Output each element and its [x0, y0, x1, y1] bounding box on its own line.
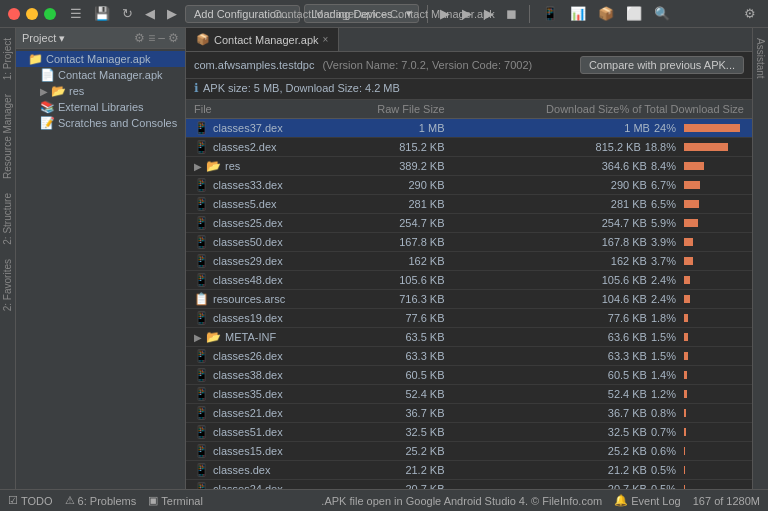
compare-apk-button[interactable]: Compare with previous APK... — [580, 56, 744, 74]
status-problems[interactable]: ⚠ 6: Problems — [65, 494, 137, 507]
file-table-container[interactable]: File Raw File Size Download Size% of Tot… — [186, 100, 752, 489]
sync-icon[interactable]: ↻ — [118, 4, 137, 23]
gear-icon[interactable]: ⚙ — [740, 4, 760, 23]
percentage-bar — [684, 447, 744, 455]
search-icon[interactable]: 🔍 — [650, 4, 674, 23]
left-sidebar: 1: Project Resource Manager 2: Structure… — [0, 28, 16, 489]
file-name-cell: 📱classes.dex — [186, 461, 336, 480]
minus-icon[interactable]: – — [158, 31, 165, 45]
tree-item-apk-root[interactable]: 📁 Contact Manager.apk — [16, 51, 185, 67]
table-row[interactable]: 📱classes15.dex25.2 KB25.2 KB0.6% — [186, 442, 752, 461]
table-row[interactable]: ▶📂res389.2 KB364.6 KB8.4% — [186, 157, 752, 176]
file-type-icon: 📱 — [194, 463, 209, 477]
file-type-icon: 📱 — [194, 235, 209, 249]
tree-item-res[interactable]: ▶ 📂 res — [16, 83, 185, 99]
tree-item-libraries[interactable]: 📚 External Libraries — [16, 99, 185, 115]
gear-small-icon[interactable]: ⚙ — [134, 31, 145, 45]
table-row[interactable]: 📱classes38.dex60.5 KB60.5 KB1.4% — [186, 366, 752, 385]
table-row[interactable]: ▶📂META-INF63.5 KB63.6 KB1.5% — [186, 328, 752, 347]
hamburger-icon[interactable]: ☰ — [66, 4, 86, 23]
table-row[interactable]: 📱classes19.dex77.6 KB77.6 KB1.8% — [186, 309, 752, 328]
percentage-bar — [684, 181, 744, 189]
file-name-label: classes29.dex — [213, 255, 283, 267]
file-type-icon: 📱 — [194, 368, 209, 382]
download-size-cell: 36.7 KB0.8% — [453, 404, 752, 423]
table-row[interactable]: 📱classes2.dex815.2 KB815.2 KB18.8% — [186, 138, 752, 157]
minimize-button[interactable] — [26, 8, 38, 20]
table-row[interactable]: 📱classes29.dex162 KB162 KB3.7% — [186, 252, 752, 271]
back-icon[interactable]: ◀ — [141, 4, 159, 23]
file-name-cell: 📱classes35.dex — [186, 385, 336, 404]
tab-close-icon[interactable]: × — [323, 34, 329, 45]
status-terminal[interactable]: ▣ Terminal — [148, 494, 203, 507]
folder-icon: 📁 — [28, 52, 43, 66]
file-type-icon: 📱 — [194, 121, 209, 135]
stop-icon[interactable]: ◼ — [502, 4, 521, 23]
close-button[interactable] — [8, 8, 20, 20]
sidebar-tab-assistant[interactable]: Assistant — [753, 32, 768, 85]
table-row[interactable]: 📱classes24.dex20.7 KB20.7 KB0.5% — [186, 480, 752, 490]
file-name-label: classes5.dex — [213, 198, 277, 210]
sidebar-item-favorites[interactable]: 2: Favorites — [0, 253, 15, 317]
percentage-text: 18.8% — [645, 141, 676, 153]
sidebar-item-project[interactable]: 1: Project — [0, 32, 15, 86]
profile-icon[interactable]: 📊 — [566, 4, 590, 23]
equals-icon[interactable]: ≡ — [148, 31, 155, 45]
table-row[interactable]: 📱classes.dex21.2 KB21.2 KB0.5% — [186, 461, 752, 480]
file-name-cell: 📱classes50.dex — [186, 233, 336, 252]
tree-item-scratches[interactable]: 📝 Scratches and Consoles — [16, 115, 185, 131]
file-name-label: resources.arsc — [213, 293, 285, 305]
table-row[interactable]: 📱classes25.dex254.7 KB254.7 KB5.9% — [186, 214, 752, 233]
file-type-icon: 📱 — [194, 406, 209, 420]
file-name-label: classes50.dex — [213, 236, 283, 248]
sidebar-item-resource-manager[interactable]: Resource Manager — [0, 88, 15, 185]
settings-icon[interactable]: ⚙ — [168, 31, 179, 45]
col-raw-size[interactable]: Raw File Size — [336, 100, 453, 119]
file-table: File Raw File Size Download Size% of Tot… — [186, 100, 752, 489]
disk-icon[interactable]: 💾 — [90, 4, 114, 23]
file-name-label: classes21.dex — [213, 407, 283, 419]
project-header-icons: ⚙ ≡ – ⚙ — [134, 31, 179, 45]
tree-item-label: External Libraries — [58, 101, 144, 113]
col-download-size[interactable]: Download Size% of Total Download Size — [453, 100, 752, 119]
status-todo[interactable]: ☑ TODO — [8, 494, 53, 507]
apk-analyzer-icon[interactable]: 📦 — [594, 4, 618, 23]
table-row[interactable]: 📱classes50.dex167.8 KB167.8 KB3.9% — [186, 233, 752, 252]
sidebar-item-structure[interactable]: 2: Structure — [0, 187, 15, 251]
file-type-icon: 📱 — [194, 387, 209, 401]
status-event-log[interactable]: 🔔 Event Log — [614, 494, 681, 507]
separator2 — [529, 5, 530, 23]
percentage-text: 0.5% — [651, 464, 676, 476]
terminal-icon: ▣ — [148, 494, 158, 507]
file-name-label: classes35.dex — [213, 388, 283, 400]
raw-size-cell: 77.6 KB — [336, 309, 453, 328]
percentage-text: 1.2% — [651, 388, 676, 400]
title-bar: ☰ 💾 ↻ ◀ ▶ Add Configuration... Loading D… — [0, 0, 768, 28]
table-row[interactable]: 📱classes21.dex36.7 KB36.7 KB0.8% — [186, 404, 752, 423]
col-file[interactable]: File — [186, 100, 336, 119]
chevron-right-icon: ▶ — [194, 161, 202, 172]
table-row[interactable]: 📱classes37.dex1 MB1 MB24% — [186, 119, 752, 138]
layout-icon[interactable]: ⬜ — [622, 4, 646, 23]
download-size-cell: 21.2 KB0.5% — [453, 461, 752, 480]
maximize-button[interactable] — [44, 8, 56, 20]
file-type-icon: 📱 — [194, 216, 209, 230]
file-type-icon: 📱 — [194, 197, 209, 211]
percentage-text: 24% — [654, 122, 676, 134]
table-row[interactable]: 📋resources.arsc716.3 KB104.6 KB2.4% — [186, 290, 752, 309]
raw-size-cell: 60.5 KB — [336, 366, 453, 385]
device-icon[interactable]: 📱 — [538, 4, 562, 23]
tree-item-label: res — [69, 85, 84, 97]
table-row[interactable]: 📱classes48.dex105.6 KB105.6 KB2.4% — [186, 271, 752, 290]
file-name-label: classes2.dex — [213, 141, 277, 153]
tab-apk[interactable]: 📦 Contact Manager.apk × — [186, 28, 339, 51]
tree-item-apk-file[interactable]: 📄 Contact Manager.apk — [16, 67, 185, 83]
table-row[interactable]: 📱classes26.dex63.3 KB63.3 KB1.5% — [186, 347, 752, 366]
forward-icon[interactable]: ▶ — [163, 4, 181, 23]
table-row[interactable]: 📱classes51.dex32.5 KB32.5 KB0.7% — [186, 423, 752, 442]
table-row[interactable]: 📱classes33.dex290 KB290 KB6.7% — [186, 176, 752, 195]
percentage-bar — [684, 409, 744, 417]
table-row[interactable]: 📱classes5.dex281 KB281 KB6.5% — [186, 195, 752, 214]
file-info-text: .APK file open in Google Android Studio … — [321, 495, 602, 507]
table-row[interactable]: 📱classes35.dex52.4 KB52.4 KB1.2% — [186, 385, 752, 404]
